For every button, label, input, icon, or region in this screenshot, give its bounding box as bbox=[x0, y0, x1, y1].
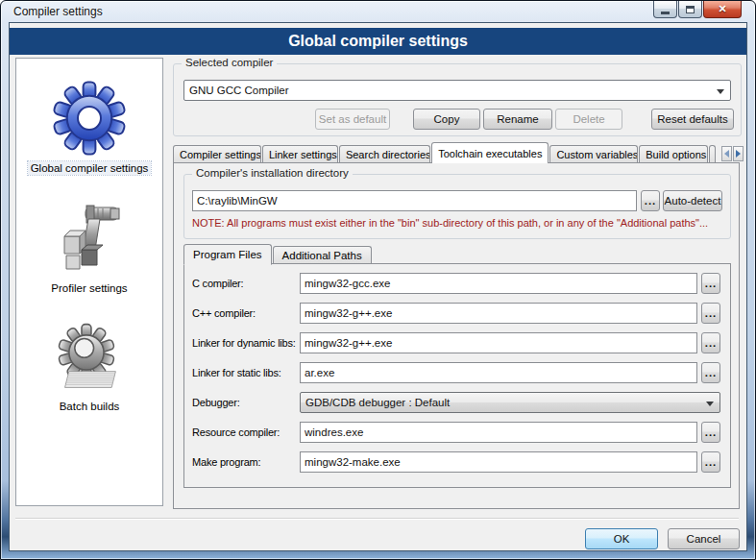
arrow-left-icon bbox=[724, 150, 729, 158]
selected-compiler-group: Selected compiler GNU GCC Compiler Set a… bbox=[173, 63, 742, 136]
tab-scroll-left-button[interactable] bbox=[721, 146, 732, 161]
tab-custom-variables[interactable]: Custom variables bbox=[549, 145, 638, 163]
minimize-button[interactable] bbox=[653, 1, 677, 18]
field-label: C compiler: bbox=[192, 278, 300, 289]
browse-dynamic-linker-button[interactable]: ... bbox=[701, 332, 720, 353]
window-controls: ✕ bbox=[652, 1, 742, 18]
field-label: Debugger: bbox=[192, 397, 300, 408]
tab-program-files[interactable]: Program Files bbox=[183, 244, 272, 265]
c-compiler-row: C compiler: ... bbox=[192, 273, 720, 294]
dynamic-linker-input[interactable] bbox=[300, 332, 697, 353]
make-program-row: Make program: ... bbox=[192, 451, 720, 473]
arrow-right-icon bbox=[736, 150, 741, 158]
compiler-select-value: GNU GCC Compiler bbox=[189, 85, 289, 96]
group-title: Compiler's installation directory bbox=[192, 167, 353, 179]
close-icon: ✕ bbox=[718, 3, 726, 15]
make-program-input[interactable] bbox=[300, 451, 697, 473]
field-label: Linker for dynamic libs: bbox=[192, 337, 300, 349]
sidebar-item-label: Profiler settings bbox=[48, 281, 130, 295]
tab-search-directories[interactable]: Search directories bbox=[339, 145, 430, 163]
tab-scroll-buttons bbox=[720, 146, 744, 161]
browse-cpp-compiler-button[interactable]: ... bbox=[701, 303, 720, 324]
bin-subdirectory-note: NOTE: All programs must exist either in … bbox=[192, 217, 708, 229]
tab-partial[interactable] bbox=[709, 145, 716, 163]
minimize-icon bbox=[661, 12, 670, 14]
auto-detect-button[interactable]: Auto-detect bbox=[663, 190, 722, 211]
resource-compiler-row: Resource compiler: ... bbox=[192, 422, 720, 443]
program-files-panel: C compiler: ... C++ compiler: ... Linker… bbox=[183, 263, 731, 488]
installation-directory-input[interactable] bbox=[192, 190, 637, 211]
maximize-button[interactable] bbox=[678, 1, 702, 18]
close-button[interactable]: ✕ bbox=[703, 1, 742, 18]
tab-scroll-right-button[interactable] bbox=[733, 146, 744, 161]
tab-additional-paths[interactable]: Additional Paths bbox=[273, 246, 372, 264]
ok-button[interactable]: OK bbox=[585, 528, 658, 549]
installation-directory-row: ... Auto-detect bbox=[192, 190, 722, 211]
debugger-row: Debugger: GDB/CDB debugger : Default bbox=[192, 392, 720, 413]
tab-compiler-settings[interactable]: Compiler settings bbox=[173, 145, 261, 163]
window-title: Compiler settings bbox=[13, 5, 103, 18]
gear-stack-icon bbox=[53, 322, 126, 395]
footer-separator bbox=[15, 518, 739, 520]
set-as-default-button[interactable]: Set as default bbox=[315, 109, 390, 130]
static-linker-input[interactable] bbox=[300, 362, 697, 383]
toolchain-executables-page: Compiler's installation directory ... Au… bbox=[173, 162, 740, 509]
field-label: Make program: bbox=[192, 456, 300, 468]
browse-directory-button[interactable]: ... bbox=[641, 190, 660, 211]
dynamic-linker-row: Linker for dynamic libs: ... bbox=[192, 332, 720, 353]
group-title: Selected compiler bbox=[182, 57, 277, 68]
caliper-icon bbox=[51, 200, 128, 277]
cancel-button[interactable]: Cancel bbox=[668, 528, 740, 549]
sidebar-item-batch-builds[interactable]: Batch builds bbox=[16, 322, 162, 413]
chevron-down-icon bbox=[706, 402, 714, 406]
browse-resource-compiler-button[interactable]: ... bbox=[701, 422, 720, 443]
delete-button[interactable]: Delete bbox=[555, 109, 622, 130]
browse-static-linker-button[interactable]: ... bbox=[701, 362, 720, 383]
dialog-client-area: Global compiler settings bbox=[9, 22, 747, 551]
compiler-select[interactable]: GNU GCC Compiler bbox=[183, 80, 731, 101]
c-compiler-input[interactable] bbox=[300, 273, 697, 294]
field-label: Linker for static libs: bbox=[192, 367, 300, 378]
sidebar-item-label: Global compiler settings bbox=[28, 161, 152, 175]
tab-linker-settings[interactable]: Linker settings bbox=[262, 145, 338, 163]
dialog-header: Global compiler settings bbox=[10, 28, 746, 55]
tab-build-options[interactable]: Build options bbox=[639, 145, 708, 163]
static-linker-row: Linker for static libs: ... bbox=[192, 362, 720, 383]
maximize-icon bbox=[686, 6, 695, 13]
reset-defaults-button[interactable]: Reset defaults bbox=[651, 109, 734, 130]
rename-button[interactable]: Rename bbox=[483, 109, 552, 130]
sidebar-item-profiler-settings[interactable]: Profiler settings bbox=[16, 200, 162, 295]
browse-c-compiler-button[interactable]: ... bbox=[701, 273, 720, 294]
settings-tab-strip: Compiler settings Linker settings Search… bbox=[173, 141, 717, 163]
chevron-down-icon bbox=[717, 89, 724, 94]
field-label: C++ compiler: bbox=[192, 307, 300, 319]
field-label: Resource compiler: bbox=[192, 426, 300, 438]
debugger-select-value: GDB/CDB debugger : Default bbox=[305, 397, 450, 408]
blue-gear-icon bbox=[51, 80, 128, 157]
installation-directory-group: Compiler's installation directory ... Au… bbox=[183, 174, 731, 239]
sidebar-item-label: Batch builds bbox=[57, 400, 123, 413]
settings-category-list: Global compiler settings bbox=[15, 58, 163, 506]
program-files-tab-strip: Program Files Additional Paths bbox=[183, 243, 373, 264]
page-title: Global compiler settings bbox=[288, 33, 468, 50]
sidebar-item-global-compiler-settings[interactable]: Global compiler settings bbox=[16, 80, 162, 175]
browse-make-program-button[interactable]: ... bbox=[701, 451, 720, 473]
debugger-select[interactable]: GDB/CDB debugger : Default bbox=[300, 392, 720, 413]
cpp-compiler-input[interactable] bbox=[300, 303, 697, 324]
compiler-settings-window: Compiler settings ✕ Global compiler sett… bbox=[0, 0, 756, 560]
tab-toolchain-executables[interactable]: Toolchain executables bbox=[431, 142, 549, 163]
cpp-compiler-row: C++ compiler: ... bbox=[192, 303, 720, 324]
resource-compiler-input[interactable] bbox=[300, 422, 697, 443]
copy-button[interactable]: Copy bbox=[413, 109, 480, 130]
title-bar[interactable]: Compiler settings ✕ bbox=[1, 1, 755, 22]
